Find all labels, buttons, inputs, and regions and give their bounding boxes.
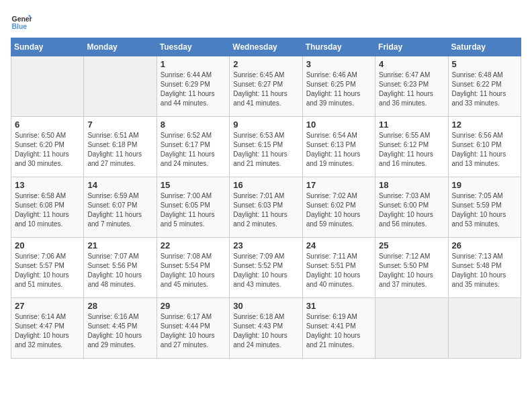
- day-info: Sunrise: 6:56 AM Sunset: 6:10 PM Dayligh…: [452, 131, 517, 169]
- day-number: 13: [15, 180, 80, 190]
- day-info: Sunrise: 6:48 AM Sunset: 6:22 PM Dayligh…: [452, 71, 517, 108]
- day-number: 4: [379, 59, 444, 69]
- day-info: Sunrise: 6:52 AM Sunset: 6:17 PM Dayligh…: [161, 131, 226, 169]
- page-header: General Blue: [11, 11, 521, 32]
- calendar-cell: 17Sunrise: 7:02 AM Sunset: 6:02 PM Dayli…: [302, 177, 375, 238]
- day-number: 15: [161, 180, 226, 190]
- logo-icon: General Blue: [11, 11, 32, 32]
- weekday-header-friday: Friday: [375, 38, 448, 56]
- day-number: 18: [379, 180, 444, 190]
- day-info: Sunrise: 7:09 AM Sunset: 5:52 PM Dayligh…: [233, 252, 298, 289]
- day-number: 16: [233, 180, 298, 190]
- day-number: 20: [15, 240, 80, 250]
- calendar-cell: 28Sunrise: 6:16 AM Sunset: 4:45 PM Dayli…: [84, 298, 157, 359]
- day-number: 19: [452, 180, 517, 190]
- day-number: 9: [233, 120, 298, 130]
- day-info: Sunrise: 6:59 AM Sunset: 6:07 PM Dayligh…: [87, 191, 152, 229]
- calendar-cell: 23Sunrise: 7:09 AM Sunset: 5:52 PM Dayli…: [230, 238, 302, 298]
- weekday-header-monday: Monday: [84, 38, 157, 56]
- calendar-cell: 18Sunrise: 7:03 AM Sunset: 6:00 PM Dayli…: [375, 177, 448, 238]
- day-number: 1: [161, 59, 226, 69]
- calendar-cell: 22Sunrise: 7:08 AM Sunset: 5:54 PM Dayli…: [157, 238, 229, 298]
- calendar-cell: 5Sunrise: 6:48 AM Sunset: 6:22 PM Daylig…: [448, 56, 521, 117]
- day-info: Sunrise: 6:53 AM Sunset: 6:15 PM Dayligh…: [233, 131, 298, 169]
- day-info: Sunrise: 7:06 AM Sunset: 5:57 PM Dayligh…: [15, 252, 80, 289]
- day-info: Sunrise: 6:45 AM Sunset: 6:27 PM Dayligh…: [233, 71, 298, 108]
- day-info: Sunrise: 6:18 AM Sunset: 4:43 PM Dayligh…: [233, 312, 298, 350]
- day-info: Sunrise: 6:51 AM Sunset: 6:18 PM Dayligh…: [87, 131, 152, 169]
- calendar-cell: [84, 56, 157, 117]
- weekday-header-wednesday: Wednesday: [230, 38, 302, 56]
- day-number: 30: [233, 301, 298, 311]
- weekday-header-saturday: Saturday: [448, 38, 521, 56]
- day-info: Sunrise: 7:12 AM Sunset: 5:50 PM Dayligh…: [379, 252, 444, 289]
- calendar-cell: 6Sunrise: 6:50 AM Sunset: 6:20 PM Daylig…: [11, 117, 84, 177]
- day-number: 12: [452, 120, 517, 130]
- calendar-cell: 20Sunrise: 7:06 AM Sunset: 5:57 PM Dayli…: [11, 238, 84, 298]
- day-number: 26: [452, 240, 517, 250]
- day-info: Sunrise: 7:11 AM Sunset: 5:51 PM Dayligh…: [306, 252, 371, 289]
- calendar-cell: 30Sunrise: 6:18 AM Sunset: 4:43 PM Dayli…: [230, 298, 302, 359]
- weekday-header-sunday: Sunday: [11, 38, 84, 56]
- calendar-cell: 31Sunrise: 6:19 AM Sunset: 4:41 PM Dayli…: [302, 298, 375, 359]
- calendar-cell: 24Sunrise: 7:11 AM Sunset: 5:51 PM Dayli…: [302, 238, 375, 298]
- calendar-cell: 10Sunrise: 6:54 AM Sunset: 6:13 PM Dayli…: [302, 117, 375, 177]
- day-number: 25: [379, 240, 444, 250]
- calendar-cell: [11, 56, 84, 117]
- day-info: Sunrise: 7:02 AM Sunset: 6:02 PM Dayligh…: [306, 191, 371, 229]
- weekday-header-tuesday: Tuesday: [157, 38, 229, 56]
- day-number: 3: [306, 59, 371, 69]
- day-info: Sunrise: 7:00 AM Sunset: 6:05 PM Dayligh…: [161, 191, 226, 229]
- calendar-cell: 19Sunrise: 7:05 AM Sunset: 5:59 PM Dayli…: [448, 177, 521, 238]
- calendar-cell: 21Sunrise: 7:07 AM Sunset: 5:56 PM Dayli…: [84, 238, 157, 298]
- day-info: Sunrise: 6:14 AM Sunset: 4:47 PM Dayligh…: [15, 312, 80, 350]
- day-info: Sunrise: 6:16 AM Sunset: 4:45 PM Dayligh…: [87, 312, 152, 350]
- day-number: 11: [379, 120, 444, 130]
- day-info: Sunrise: 6:58 AM Sunset: 6:08 PM Dayligh…: [15, 191, 80, 229]
- day-number: 6: [15, 120, 80, 130]
- day-info: Sunrise: 7:07 AM Sunset: 5:56 PM Dayligh…: [87, 252, 152, 289]
- logo: General Blue: [11, 11, 32, 32]
- day-number: 24: [306, 240, 371, 250]
- calendar-cell: 2Sunrise: 6:45 AM Sunset: 6:27 PM Daylig…: [230, 56, 302, 117]
- calendar-table: SundayMondayTuesdayWednesdayThursdayFrid…: [11, 38, 521, 359]
- calendar-cell: 12Sunrise: 6:56 AM Sunset: 6:10 PM Dayli…: [448, 117, 521, 177]
- day-number: 2: [233, 59, 298, 69]
- calendar-cell: 11Sunrise: 6:55 AM Sunset: 6:12 PM Dayli…: [375, 117, 448, 177]
- day-number: 10: [306, 120, 371, 130]
- day-info: Sunrise: 7:01 AM Sunset: 6:03 PM Dayligh…: [233, 191, 298, 229]
- calendar-cell: 8Sunrise: 6:52 AM Sunset: 6:17 PM Daylig…: [157, 117, 229, 177]
- calendar-cell: 15Sunrise: 7:00 AM Sunset: 6:05 PM Dayli…: [157, 177, 229, 238]
- day-info: Sunrise: 6:44 AM Sunset: 6:29 PM Dayligh…: [161, 71, 226, 108]
- day-number: 23: [233, 240, 298, 250]
- day-number: 21: [87, 240, 152, 250]
- day-number: 8: [161, 120, 226, 130]
- day-info: Sunrise: 6:19 AM Sunset: 4:41 PM Dayligh…: [306, 312, 371, 350]
- calendar-cell: 26Sunrise: 7:13 AM Sunset: 5:48 PM Dayli…: [448, 238, 521, 298]
- calendar-cell: 29Sunrise: 6:17 AM Sunset: 4:44 PM Dayli…: [157, 298, 229, 359]
- svg-text:Blue: Blue: [12, 23, 28, 30]
- day-info: Sunrise: 7:03 AM Sunset: 6:00 PM Dayligh…: [379, 191, 444, 229]
- calendar-cell: [375, 298, 448, 359]
- day-info: Sunrise: 6:50 AM Sunset: 6:20 PM Dayligh…: [15, 131, 80, 169]
- day-info: Sunrise: 6:54 AM Sunset: 6:13 PM Dayligh…: [306, 131, 371, 169]
- day-number: 28: [87, 301, 152, 311]
- day-number: 29: [161, 301, 226, 311]
- day-info: Sunrise: 6:55 AM Sunset: 6:12 PM Dayligh…: [379, 131, 444, 169]
- calendar-cell: 16Sunrise: 7:01 AM Sunset: 6:03 PM Dayli…: [230, 177, 302, 238]
- day-info: Sunrise: 6:17 AM Sunset: 4:44 PM Dayligh…: [161, 312, 226, 350]
- day-number: 7: [87, 120, 152, 130]
- day-number: 14: [87, 180, 152, 190]
- calendar-cell: 3Sunrise: 6:46 AM Sunset: 6:25 PM Daylig…: [302, 56, 375, 117]
- day-info: Sunrise: 7:05 AM Sunset: 5:59 PM Dayligh…: [452, 191, 517, 229]
- day-info: Sunrise: 7:13 AM Sunset: 5:48 PM Dayligh…: [452, 252, 517, 289]
- day-number: 5: [452, 59, 517, 69]
- calendar-cell: 9Sunrise: 6:53 AM Sunset: 6:15 PM Daylig…: [230, 117, 302, 177]
- calendar-cell: 27Sunrise: 6:14 AM Sunset: 4:47 PM Dayli…: [11, 298, 84, 359]
- day-number: 22: [161, 240, 226, 250]
- day-number: 17: [306, 180, 371, 190]
- calendar-cell: 14Sunrise: 6:59 AM Sunset: 6:07 PM Dayli…: [84, 177, 157, 238]
- calendar-cell: 25Sunrise: 7:12 AM Sunset: 5:50 PM Dayli…: [375, 238, 448, 298]
- day-number: 27: [15, 301, 80, 311]
- day-info: Sunrise: 6:46 AM Sunset: 6:25 PM Dayligh…: [306, 71, 371, 108]
